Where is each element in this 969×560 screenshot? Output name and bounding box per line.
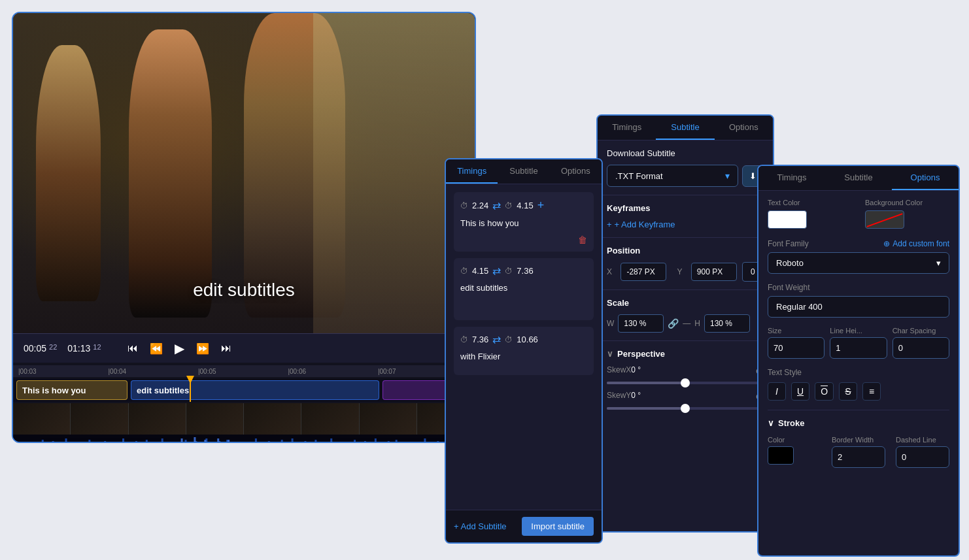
tab-timings[interactable]: Timings bbox=[446, 159, 498, 184]
skewy-thumb bbox=[681, 404, 690, 413]
svg-rect-42 bbox=[120, 442, 122, 443]
svg-rect-52 bbox=[146, 440, 148, 443]
svg-rect-164 bbox=[437, 441, 439, 443]
tab-options[interactable]: Options bbox=[550, 159, 602, 184]
timer-icon-3: ⏱ bbox=[460, 335, 468, 344]
timing-row-3: ⏱ 7.36 ⇄ ⏱ 10.66 bbox=[460, 333, 587, 346]
import-subtitle-button[interactable]: Import subtitle bbox=[522, 517, 594, 536]
film-frame bbox=[301, 403, 359, 435]
end-time-3: 10.66 bbox=[517, 335, 538, 344]
stroke-chevron-icon: ∨ bbox=[768, 418, 774, 428]
start-time-1: 2.24 bbox=[472, 201, 488, 210]
end-time-1: 4.15 bbox=[517, 201, 533, 210]
y-label: Y bbox=[677, 267, 685, 276]
options-tab-subtitle[interactable]: Subtitle bbox=[825, 166, 892, 190]
subtitle-tab-timings[interactable]: Timings bbox=[598, 116, 656, 140]
stroke-color-swatch[interactable] bbox=[768, 446, 794, 465]
timer-icon-2: ⏱ bbox=[460, 267, 468, 276]
start-time-2: 4.15 bbox=[472, 266, 488, 276]
film-frame bbox=[13, 403, 71, 435]
text-color-group: Text Color bbox=[768, 199, 852, 229]
x-label: X bbox=[607, 267, 615, 276]
size-row: Size 70 Line Hei... 1 Char Spacing 0 bbox=[768, 327, 949, 359]
svg-rect-94 bbox=[255, 438, 257, 443]
border-width-label: Border Width bbox=[832, 436, 885, 444]
bg-color-swatch[interactable] bbox=[865, 210, 904, 229]
svg-rect-43 bbox=[122, 438, 124, 443]
add-keyframe-button[interactable]: + + Add Keyframe bbox=[607, 220, 675, 229]
subtitle-tab-subtitle[interactable]: Subtitle bbox=[656, 116, 714, 140]
playback-controls: ⏮ ⏪ ▶ ⏩ ⏭ bbox=[125, 339, 234, 357]
text-style-row: Text Style I U O S ≡ bbox=[768, 368, 949, 401]
timeline-area: |00:03 |00:04 |00:05 |00:06 |00:07 | Thi… bbox=[13, 363, 475, 443]
size-input[interactable]: 70 bbox=[768, 337, 824, 359]
timer-icon-1: ⏱ bbox=[460, 201, 468, 210]
perspective-title[interactable]: ∨ Perspective bbox=[607, 349, 764, 359]
svg-rect-99 bbox=[268, 441, 270, 443]
tab-subtitle[interactable]: Subtitle bbox=[498, 159, 549, 184]
timing-row-2: ⏱ 4.15 ⇄ ⏱ 7.36 bbox=[460, 265, 587, 277]
svg-rect-140 bbox=[375, 438, 377, 443]
clip-1-text: This is how you bbox=[22, 386, 86, 395]
subtitle-tab-options[interactable]: Options bbox=[715, 116, 773, 140]
add-custom-font-button[interactable]: ⊕ Add custom font bbox=[883, 239, 949, 248]
format-select[interactable]: .TXT Format ▾ bbox=[607, 165, 738, 187]
font-family-row: Font Family ⊕ Add custom font Roboto ▾ bbox=[768, 239, 949, 274]
line-height-group: Line Hei... 1 bbox=[830, 327, 887, 359]
options-tab-options[interactable]: Options bbox=[892, 166, 959, 190]
italic-button[interactable]: I bbox=[768, 382, 786, 401]
skewx-slider[interactable] bbox=[607, 382, 764, 384]
svg-rect-132 bbox=[354, 440, 356, 443]
skewy-label: SkewY bbox=[607, 391, 631, 403]
align-button[interactable]: ≡ bbox=[862, 382, 881, 401]
play-pause-button[interactable]: ▶ bbox=[172, 339, 187, 357]
person-figure-left bbox=[36, 45, 101, 301]
svg-rect-12 bbox=[42, 440, 44, 443]
line-height-input[interactable]: 1 bbox=[830, 337, 887, 359]
end-time-2: 7.36 bbox=[517, 266, 533, 276]
entry-text-3[interactable]: with Flixier bbox=[460, 351, 587, 363]
svg-rect-88 bbox=[239, 442, 241, 443]
total-duration: 01:13 bbox=[67, 343, 90, 354]
svg-rect-21 bbox=[65, 438, 67, 443]
scale-h-input[interactable]: 130 % bbox=[704, 314, 750, 333]
h-label: H bbox=[694, 319, 700, 328]
timings-panel-tabs: Timings Subtitle Options bbox=[446, 159, 602, 184]
svg-rect-113 bbox=[304, 441, 306, 443]
skip-to-start-button[interactable]: ⏮ bbox=[125, 341, 141, 355]
skewx-label-row: SkewX 0 ° ↺ bbox=[607, 365, 764, 378]
current-frames: 22 bbox=[49, 343, 57, 354]
pos-x-input[interactable]: -287 PX bbox=[620, 263, 666, 281]
border-width-input[interactable]: 2 bbox=[832, 446, 885, 468]
style-buttons-group: I U O S ≡ bbox=[768, 382, 949, 401]
skewy-slider[interactable] bbox=[607, 407, 764, 410]
font-weight-input[interactable]: Regular 400 bbox=[768, 296, 949, 318]
add-subtitle-button[interactable]: + Add Subtitle bbox=[454, 521, 507, 531]
options-tab-timings[interactable]: Timings bbox=[758, 166, 825, 190]
chevron-down-icon: ▾ bbox=[725, 171, 730, 181]
skip-to-end-button[interactable]: ⏭ bbox=[218, 341, 234, 355]
rewind-button[interactable]: ⏪ bbox=[147, 341, 165, 356]
entry-text-1[interactable]: This is how you bbox=[460, 218, 587, 229]
text-color-swatch[interactable] bbox=[768, 210, 807, 229]
delete-icon-1[interactable]: 🗑 bbox=[460, 235, 587, 245]
add-entry-btn-1[interactable]: + bbox=[537, 199, 545, 212]
download-title: Download Subtitle bbox=[607, 148, 764, 158]
char-spacing-input[interactable]: 0 bbox=[892, 337, 949, 359]
font-family-select[interactable]: Roboto ▾ bbox=[768, 252, 949, 274]
color-row: Text Color Background Color bbox=[768, 199, 949, 229]
underline-button[interactable]: U bbox=[791, 382, 809, 401]
pos-y-input[interactable]: 900 PX bbox=[691, 263, 737, 281]
entry-text-2[interactable]: edit subtitles bbox=[460, 282, 587, 294]
overline-button[interactable]: O bbox=[815, 382, 834, 401]
fast-forward-button[interactable]: ⏩ bbox=[194, 341, 212, 356]
strikethrough-button[interactable]: S bbox=[839, 382, 857, 401]
dashed-line-input[interactable]: 0 bbox=[896, 446, 949, 468]
subtitle-clip-1[interactable]: This is how you bbox=[16, 380, 128, 400]
playhead[interactable] bbox=[190, 378, 191, 402]
subtitle-panel: Timings Subtitle Options Download Subtit… bbox=[596, 114, 774, 533]
scale-w-input[interactable]: 130 % bbox=[618, 314, 664, 333]
w-label: W bbox=[607, 319, 614, 328]
keyframes-section: Keyframes + + Add Keyframe bbox=[598, 195, 773, 237]
subtitle-clip-2[interactable]: edit subtitles bbox=[131, 380, 379, 400]
